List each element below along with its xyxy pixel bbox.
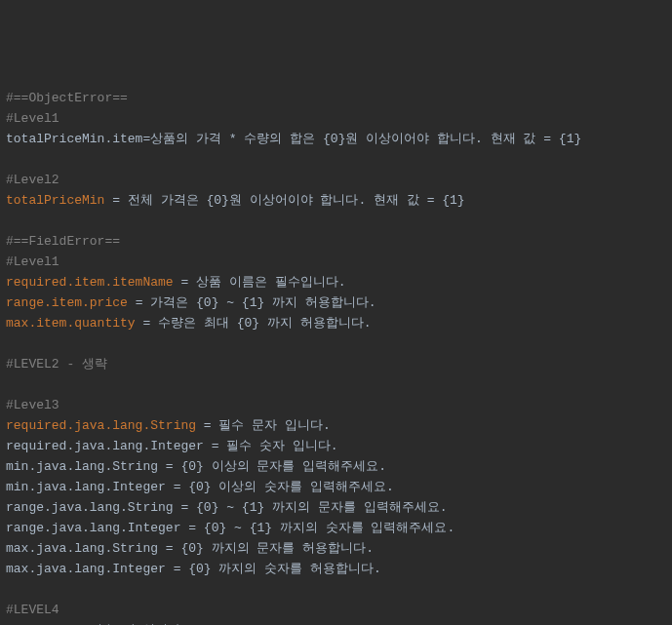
property-separator: = — [196, 418, 218, 433]
code-line: #Level1 — [6, 108, 666, 129]
code-line: #==ObjectError== — [6, 88, 666, 108]
plain-text: max.java.lang.Integer = {0} 까지의 숫자를 허용합니… — [6, 562, 381, 576]
property-value: 필수 문자 입니다. — [218, 418, 330, 433]
plain-text: totalPriceMin.item=상품의 가격 * 수량의 합은 {0}원 … — [6, 132, 581, 146]
comment-text: #LEVEL2 - 생략 — [6, 357, 107, 371]
code-line: range.java.lang.Integer = {0} ~ {1} 까지의 … — [6, 518, 666, 538]
code-line: required.java.lang.String = 필수 문자 입니다. — [6, 415, 666, 436]
property-key: totalPriceMin — [6, 193, 104, 208]
code-line: required.item.itemName = 상품 이름은 필수입니다. — [6, 272, 666, 293]
code-line: max.java.lang.String = {0} 까지의 문자를 허용합니다… — [6, 538, 666, 559]
code-line: required.java.lang.Integer = 필수 숫자 입니다. — [6, 436, 666, 456]
plain-text: max.java.lang.String = {0} 까지의 문자를 허용합니다… — [6, 541, 374, 556]
property-separator: = — [174, 275, 196, 290]
code-line: max.item.quantity = 수량은 최대 {0} 까지 허용합니다. — [6, 313, 666, 333]
property-value: 상품 이름은 필수입니다. — [196, 275, 345, 290]
comment-text: #Level2 — [6, 173, 59, 187]
code-line: #LEVEL2 - 생략 — [6, 354, 666, 374]
property-key: required.item.itemName — [6, 275, 174, 290]
code-line: range.item.price = 가격은 {0} ~ {1} 까지 허용합니… — [6, 293, 666, 313]
property-value: 가격은 {0} ~ {1} 까지 허용합니다. — [150, 295, 376, 310]
properties-source-code: #==ObjectError==#Level1totalPriceMin.ite… — [6, 88, 666, 625]
code-line: min.java.lang.Integer = {0} 이상의 숫자를 입력해주… — [6, 477, 666, 497]
code-line — [6, 149, 666, 170]
comment-text: #==ObjectError== — [6, 91, 128, 105]
code-line — [6, 579, 666, 600]
code-line: max.java.lang.Integer = {0} 까지의 숫자를 허용합니… — [6, 559, 666, 579]
code-line: totalPriceMin.item=상품의 가격 * 수량의 합은 {0}원 … — [6, 129, 666, 149]
comment-text: #Level3 — [6, 398, 59, 412]
code-line — [6, 333, 666, 354]
comment-text: #==FieldError== — [6, 234, 120, 249]
code-line: #Level3 — [6, 395, 666, 415]
plain-text: min.java.lang.String = {0} 이상의 문자를 입력해주세… — [6, 459, 386, 474]
property-value: 전체 가격은 {0}원 이상어이야 합니다. 현재 값 = {1} — [128, 193, 465, 208]
code-line: min.java.lang.String = {0} 이상의 문자를 입력해주세… — [6, 456, 666, 477]
comment-text: #LEVEL4 — [6, 603, 59, 617]
code-line: #Level1 — [6, 252, 666, 272]
plain-text: range.java.lang.String = {0} ~ {1} 까지의 문… — [6, 500, 447, 515]
property-key: max.item.quantity — [6, 316, 136, 331]
code-line: #LEVEL4 — [6, 600, 666, 620]
code-line: required = 필수 값 입니다. — [6, 620, 666, 625]
plain-text: min.java.lang.Integer = {0} 이상의 숫자를 입력해주… — [6, 480, 394, 494]
code-line — [6, 374, 666, 395]
property-separator: = — [104, 193, 127, 208]
plain-text: range.java.lang.Integer = {0} ~ {1} 까지의 … — [6, 521, 455, 535]
property-key: required.java.lang.String — [6, 418, 196, 433]
code-line — [6, 211, 666, 231]
property-separator: = — [136, 316, 158, 331]
code-line: #==FieldError== — [6, 231, 666, 252]
property-key: range.item.price — [6, 295, 128, 310]
comment-text: #Level1 — [6, 111, 59, 126]
code-line: #Level2 — [6, 170, 666, 190]
property-separator: = — [128, 295, 150, 310]
code-line: range.java.lang.String = {0} ~ {1} 까지의 문… — [6, 497, 666, 518]
plain-text: required.java.lang.Integer = 필수 숫자 입니다. — [6, 439, 338, 453]
code-line: totalPriceMin = 전체 가격은 {0}원 이상어이야 합니다. 현… — [6, 190, 666, 211]
property-value: 수량은 최대 {0} 까지 허용합니다. — [158, 316, 371, 331]
comment-text: #Level1 — [6, 254, 59, 269]
